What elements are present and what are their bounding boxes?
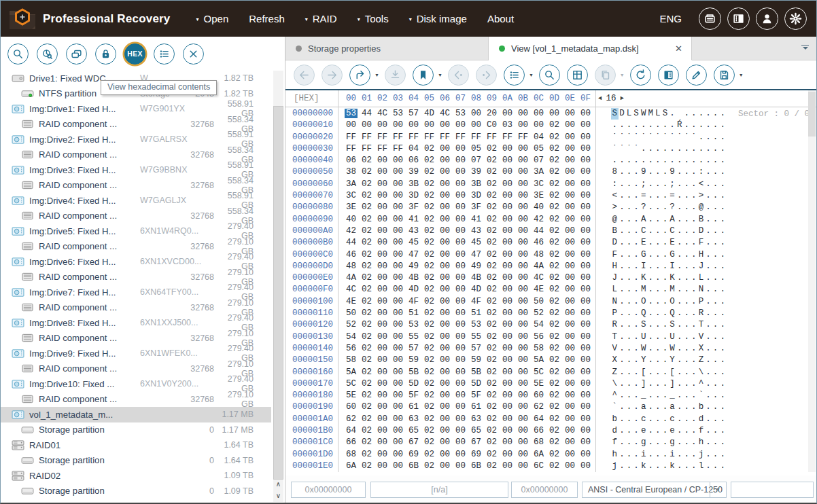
hex-row[interactable]: 000000E04A0200004B0200004B0200004C020000… <box>285 272 808 284</box>
hex-byte[interactable]: 52 <box>343 319 359 331</box>
ascii-char[interactable]: \ <box>697 367 705 378</box>
hex-byte[interactable]: 02 <box>359 166 375 178</box>
ascii-char[interactable]: . <box>683 367 691 378</box>
hex-bytes[interactable]: 62020000630200006302000064020000 <box>343 414 593 425</box>
hex-byte[interactable]: 00 <box>437 319 453 331</box>
ascii-char[interactable]: . <box>705 108 712 120</box>
value-field[interactable]: [n/a] <box>370 482 508 498</box>
ascii-char[interactable]: . <box>661 143 669 155</box>
ascii-char[interactable]: . <box>697 120 705 131</box>
ascii-char[interactable]: . <box>633 401 640 413</box>
hex-ascii[interactable]: ^..._..._...`... <box>611 390 727 401</box>
hex-byte[interactable]: 00 <box>578 367 593 378</box>
hex-byte[interactable]: FF <box>359 132 375 143</box>
ascii-char[interactable]: Ŕ <box>676 120 683 131</box>
hex-byte[interactable]: 02 <box>359 296 375 308</box>
hex-byte[interactable]: 5F <box>406 390 421 401</box>
ascii-char[interactable]: O <box>669 296 676 308</box>
ascii-char[interactable]: . <box>647 237 655 249</box>
ascii-char[interactable]: . <box>655 237 662 249</box>
hex-byte[interactable]: 00 <box>453 425 468 437</box>
ascii-char[interactable]: 9 <box>640 166 647 178</box>
hex-byte[interactable]: 02 <box>546 249 562 261</box>
ascii-char[interactable]: . <box>625 155 633 166</box>
hex-row[interactable]: 000000A042020000430200004302000044020000… <box>285 226 808 237</box>
ascii-char[interactable]: . <box>633 308 640 319</box>
hex-byte[interactable]: 62 <box>343 414 359 425</box>
ascii-char[interactable]: . <box>683 414 691 425</box>
ascii-char[interactable]: = <box>669 190 676 202</box>
ascii-char[interactable]: D <box>697 226 705 237</box>
hex-byte[interactable]: 02 <box>421 449 437 461</box>
ascii-char[interactable]: . <box>661 461 669 472</box>
hex-byte[interactable]: 3D <box>406 190 421 202</box>
hex-byte[interactable]: 42 <box>531 214 546 226</box>
hex-byte[interactable]: 20 <box>484 108 500 120</box>
ascii-char[interactable]: . <box>705 261 712 272</box>
ascii-char[interactable]: . <box>625 308 633 319</box>
hex-byte[interactable]: 48 <box>531 249 546 261</box>
hex-byte[interactable]: 02 <box>484 319 500 331</box>
ascii-char[interactable]: G <box>669 249 676 261</box>
hex-byte[interactable]: 00 <box>515 166 531 178</box>
hex-byte[interactable]: 00 <box>375 214 390 226</box>
ascii-char[interactable]: h <box>697 437 705 448</box>
ascii-char[interactable]: e <box>640 425 647 437</box>
ascii-char[interactable]: . <box>683 202 691 213</box>
hex-byte[interactable]: 00 <box>578 449 593 461</box>
hex-byte[interactable]: 00 <box>578 296 593 308</box>
hex-byte[interactable]: 00 <box>515 414 531 425</box>
ascii-char[interactable]: . <box>655 355 662 366</box>
goto-position-button[interactable] <box>385 65 406 86</box>
ascii-char[interactable]: . <box>683 261 691 272</box>
ascii-char[interactable]: f <box>611 437 619 448</box>
hex-byte[interactable]: 00 <box>375 378 390 390</box>
ascii-char[interactable]: . <box>705 378 712 390</box>
ascii-char[interactable]: . <box>719 120 727 131</box>
ascii-char[interactable]: . <box>647 331 655 343</box>
menu-item-open[interactable]: ▾Open <box>196 13 229 24</box>
ascii-char[interactable]: Y <box>669 355 676 366</box>
hex-row[interactable]: 00000020FFFFFFFFFFFFFFFFFFFFFFFF04020000… <box>285 132 808 143</box>
hex-byte[interactable]: 02 <box>421 296 437 308</box>
ascii-char[interactable]: . <box>719 166 727 178</box>
hex-byte[interactable]: 00 <box>562 108 578 120</box>
ascii-char[interactable]: A <box>669 214 676 226</box>
hex-byte[interactable]: 06 <box>406 155 421 166</box>
ascii-char[interactable]: ^ <box>697 378 705 390</box>
ascii-char[interactable]: . <box>633 214 640 226</box>
hex-byte[interactable]: 02 <box>359 272 375 284</box>
ascii-char[interactable]: . <box>705 461 712 472</box>
ascii-char[interactable]: . <box>633 331 640 343</box>
hex-byte[interactable]: 00 <box>562 390 578 401</box>
hex-byte[interactable]: 5A <box>343 367 359 378</box>
hex-byte[interactable]: 53 <box>390 108 406 120</box>
hex-byte[interactable]: 60 <box>531 390 546 401</box>
hex-byte[interactable]: 00 <box>578 331 593 343</box>
search-button[interactable] <box>539 65 560 86</box>
hex-byte[interactable]: 00 <box>390 378 406 390</box>
hex-byte[interactable]: 02 <box>546 237 562 249</box>
hex-byte[interactable]: 00 <box>500 261 515 272</box>
hex-byte[interactable]: FF <box>390 143 406 155</box>
ascii-char[interactable]: . <box>691 319 698 331</box>
ascii-char[interactable]: . <box>676 249 683 261</box>
hex-byte[interactable]: 4D <box>421 108 437 120</box>
hex-bytes[interactable]: 46020000470200004702000048020000 <box>343 249 593 261</box>
ascii-char[interactable]: . <box>712 202 719 213</box>
ascii-char[interactable]: . <box>676 296 683 308</box>
hex-byte[interactable]: 00 <box>390 308 406 319</box>
hex-byte[interactable]: 00 <box>390 331 406 343</box>
hex-byte[interactable]: 00 <box>375 249 390 261</box>
ascii-char[interactable]: . <box>719 449 727 461</box>
ascii-char[interactable]: . <box>633 414 640 425</box>
hex-byte[interactable]: 00 <box>562 331 578 343</box>
hex-bytes[interactable]: 60020000610200006102000062020000 <box>343 401 593 413</box>
hex-byte[interactable]: 06 <box>343 155 359 166</box>
ascii-char[interactable]: ˙ <box>683 132 691 143</box>
hex-byte[interactable]: 4C <box>531 272 546 284</box>
hex-bytes[interactable]: FFFFFFFF040200000502000005020000 <box>343 143 593 155</box>
hex-byte[interactable]: 4C <box>375 108 390 120</box>
prev-bookmark-button[interactable] <box>448 65 469 86</box>
hex-row[interactable]: 0000014056020000570200005702000058020000… <box>285 343 808 355</box>
